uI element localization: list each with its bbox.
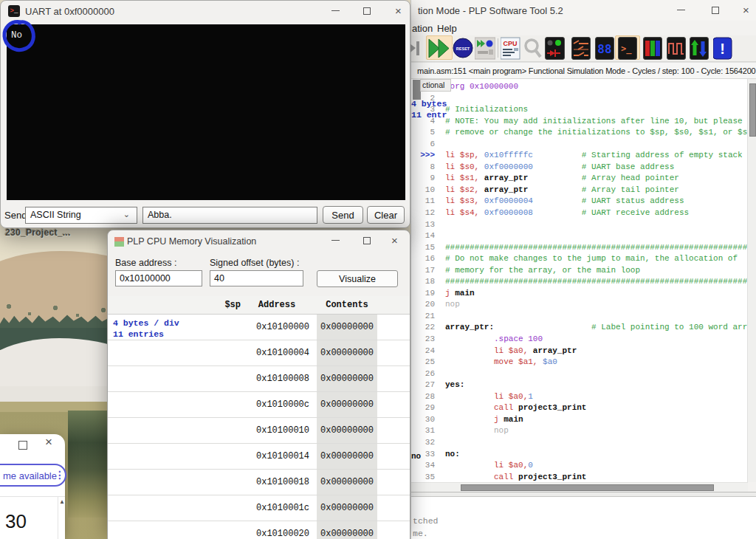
menu-help[interactable]: Help [437,23,457,34]
editor-horizontal-scrollbar[interactable] [411,482,748,492]
led-io-icon[interactable] [545,37,565,60]
table-row[interactable]: 0x101000080x00000000 [108,366,410,392]
output-line: tched [413,516,439,526]
memviz-titlebar[interactable]: PLP CPU Memory Visualization × [108,230,410,253]
code-line[interactable]: 9li $s1, array_ptr # Array head pointer [411,173,748,185]
interrupt-icon[interactable]: ! [713,37,732,60]
terminal-icon[interactable]: >_ [618,37,637,60]
code-line[interactable]: 34 li $a0,0 [411,460,748,472]
code-line[interactable]: 12li $s4, 0xf0000008 # UART receive addr… [411,207,748,219]
desktop-icon-label[interactable]: 230_Project_... [5,227,71,238]
col-contents: Contents [317,300,377,310]
fast-forward-icon[interactable] [427,37,452,60]
code-line[interactable]: >>>li $sp, 0x10fffffc # Starting address… [411,150,748,162]
availability-pill-button[interactable]: me available ⋮ [0,464,66,487]
clear-button[interactable]: Clear [367,206,405,224]
table-row[interactable]: 0x1010001c0x00000000 [108,495,410,521]
search-icon[interactable] [523,37,543,60]
send-button[interactable]: Send [323,206,363,224]
code-line[interactable]: 5# remove or change the initializations … [411,127,748,139]
code-line[interactable]: 3# Initializations [411,104,748,116]
horizontal-scrollbar-thumb[interactable] [461,484,714,491]
code-line[interactable]: 30 j main [411,414,748,426]
minimize-button[interactable] [321,1,351,21]
cpu-icon[interactable]: CPU [501,37,520,60]
code-line[interactable]: 6 [411,139,748,151]
editor-vertical-scrollbar[interactable] [747,79,756,482]
close-button[interactable]: × [733,0,756,21]
code-line[interactable]: 28 li $a0,1 [411,391,748,403]
reset-icon[interactable]: RESET [453,37,473,60]
minimize-button[interactable] [321,230,351,251]
code-line[interactable]: 31 nop [411,425,748,437]
code-line[interactable]: 24 li $a0, array_ptr [411,346,748,357]
vertical-scrollbar-thumb[interactable] [749,83,756,137]
code-line[interactable]: 25 move $a1, $a0 [411,357,748,368]
code-line[interactable]: 33no: [411,449,748,461]
menu-simulation[interactable]: ation [412,23,433,34]
panel-splitter[interactable] [411,492,756,497]
scroll-up-icon[interactable]: ▲ [59,498,65,505]
rgb-display-icon[interactable] [643,37,662,60]
gpio-updown-icon[interactable] [690,37,709,60]
table-row[interactable]: 0x101000180x00000000 [108,470,410,495]
code-line[interactable]: 20nop [411,299,748,311]
code-line[interactable]: 1.org 0x10000000 [411,81,748,93]
code-editor[interactable]: 1.org 0x1000000023# Initializations4# NO… [411,79,748,482]
table-header: $sp Address Contents [108,296,410,315]
code-lines: 1.org 0x1000000023# Initializations4# NO… [411,81,748,482]
close-icon[interactable]: × [45,435,52,450]
code-line[interactable]: 15######################################… [411,242,748,254]
table-row[interactable]: 0x101000200x00000000 [108,521,410,539]
maximize-button[interactable] [701,0,730,21]
signed-offset-input[interactable]: 40 [210,270,303,286]
plp-main-window: tion Mode - PLP Software Tool 5.2 × atio… [410,0,756,539]
code-line[interactable]: 14 [411,230,748,242]
code-line[interactable]: 26 [411,368,748,380]
code-line[interactable]: 8li $s0, 0xf0000000 # UART base address [411,162,748,174]
terminal-app-icon: >_ [8,5,20,17]
uart-titlebar[interactable]: >_ UART at 0xf0000000 × [1,1,410,21]
code-line[interactable]: 2 [411,93,748,105]
visualize-button[interactable]: Visualize [317,270,398,287]
code-line[interactable]: 23 .space 100 [411,334,748,346]
step-icon[interactable] [475,37,495,60]
browser-scrollbar[interactable]: ▲ [58,497,65,539]
code-line[interactable]: 21 [411,311,748,323]
code-line[interactable]: 35 call project3_print [411,472,748,482]
code-line[interactable]: 19j main [411,288,748,300]
table-row[interactable]: 0x101000100x00000000 [108,418,410,444]
code-line[interactable]: 22array_ptr: # Label pointing to 100 wor… [411,322,748,334]
memviz-window-title: PLP CPU Memory Visualization [127,236,256,247]
code-line[interactable]: 18######################################… [411,276,748,288]
seven-segment-icon[interactable]: 88 [595,37,614,60]
close-button[interactable]: × [385,1,415,21]
waveform-icon[interactable] [667,37,686,60]
table-row[interactable]: 0x1010000c0x00000000 [108,392,410,418]
minimize-button[interactable] [667,0,696,21]
switches-icon[interactable] [571,37,591,60]
code-line[interactable]: 16# Do not make changes to the jump to m… [411,253,748,265]
maximize-button[interactable] [352,230,382,251]
send-mode-select[interactable]: ASCII String⌄ [25,207,137,224]
table-row[interactable]: 0x101000040x00000000 [108,340,410,366]
base-address-input[interactable]: 0x10100000 [115,270,202,286]
artifact-tooltip: ctional [420,79,451,92]
more-options-icon[interactable]: ⋮ [55,469,65,481]
plp-status-bar: main.asm:151 <main program> Functional S… [411,62,756,79]
code-line[interactable]: 11li $s3, 0xf0000004 # UART status addre… [411,196,748,207]
code-line[interactable]: 27yes: [411,380,748,391]
table-row[interactable]: 0x101000140x00000000 [108,444,410,470]
code-line[interactable]: 10li $s2, array_ptr # Array tail pointer [411,185,748,196]
close-button[interactable]: × [382,230,411,251]
maximize-button[interactable] [352,1,382,21]
code-line[interactable]: 29 call project3_print [411,402,748,414]
send-text-input[interactable]: Abba. [142,207,317,224]
code-line[interactable]: 4# NOTE: You may add initializations aft… [411,116,748,128]
code-line[interactable]: 32 [411,437,748,449]
maximize-button[interactable] [18,441,27,450]
uart-terminal[interactable]: No [7,24,405,200]
code-line[interactable]: 13 [411,219,748,231]
plp-titlebar[interactable]: tion Mode - PLP Software Tool 5.2 × [411,0,756,21]
code-line[interactable]: 17# memory for the array, or the main lo… [411,265,748,277]
